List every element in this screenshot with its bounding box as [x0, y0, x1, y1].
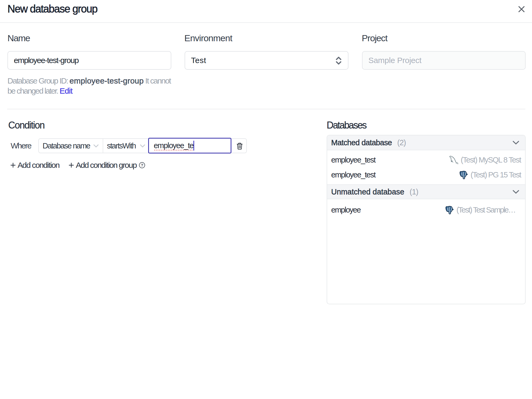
svg-text:?: ? — [141, 163, 143, 167]
